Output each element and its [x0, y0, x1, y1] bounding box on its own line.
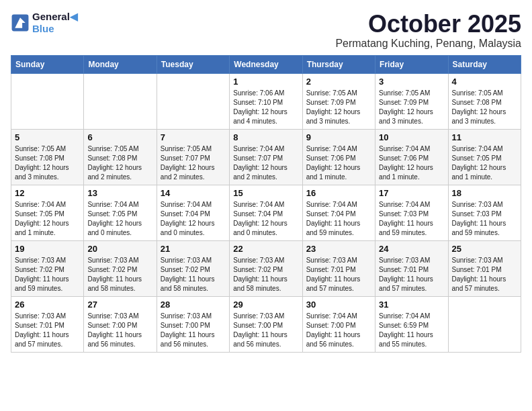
calendar-cell — [84, 73, 157, 129]
day-info: Sunrise: 7:04 AM Sunset: 7:04 PM Dayligh… — [161, 200, 226, 238]
calendar-cell: 23Sunrise: 7:03 AM Sunset: 7:01 PM Dayli… — [302, 240, 375, 296]
day-number: 7 — [161, 132, 226, 142]
day-info: Sunrise: 7:04 AM Sunset: 7:04 PM Dayligh… — [306, 200, 371, 238]
calendar-week-row: 5Sunrise: 7:05 AM Sunset: 7:08 PM Daylig… — [11, 129, 521, 185]
calendar-cell: 17Sunrise: 7:04 AM Sunset: 7:03 PM Dayli… — [375, 185, 448, 240]
calendar-cell: 7Sunrise: 7:05 AM Sunset: 7:07 PM Daylig… — [157, 129, 229, 185]
day-info: Sunrise: 7:05 AM Sunset: 7:08 PM Dayligh… — [87, 144, 152, 182]
calendar-cell: 29Sunrise: 7:03 AM Sunset: 7:00 PM Dayli… — [230, 296, 302, 352]
day-number: 10 — [379, 132, 444, 142]
day-number: 16 — [306, 188, 371, 198]
month-title: October 2025 — [335, 11, 521, 38]
calendar-cell: 30Sunrise: 7:04 AM Sunset: 7:00 PM Dayli… — [302, 296, 375, 352]
day-info: Sunrise: 7:03 AM Sunset: 7:01 PM Dayligh… — [379, 256, 444, 293]
day-number: 1 — [233, 77, 298, 87]
calendar-week-row: 12Sunrise: 7:04 AM Sunset: 7:05 PM Dayli… — [11, 185, 521, 240]
calendar-cell: 5Sunrise: 7:05 AM Sunset: 7:08 PM Daylig… — [11, 129, 84, 185]
calendar-week-row: 19Sunrise: 7:03 AM Sunset: 7:02 PM Dayli… — [11, 240, 521, 296]
day-info: Sunrise: 7:03 AM Sunset: 7:00 PM Dayligh… — [161, 312, 226, 349]
day-number: 28 — [161, 300, 226, 310]
calendar-cell: 25Sunrise: 7:03 AM Sunset: 7:01 PM Dayli… — [448, 240, 521, 296]
day-info: Sunrise: 7:05 AM Sunset: 7:09 PM Dayligh… — [379, 89, 444, 126]
calendar-cell: 22Sunrise: 7:03 AM Sunset: 7:02 PM Dayli… — [230, 240, 302, 296]
day-info: Sunrise: 7:05 AM Sunset: 7:08 PM Dayligh… — [452, 89, 517, 126]
day-info: Sunrise: 7:03 AM Sunset: 7:01 PM Dayligh… — [452, 256, 517, 293]
day-info: Sunrise: 7:04 AM Sunset: 7:04 PM Dayligh… — [233, 200, 298, 238]
day-number: 6 — [87, 132, 152, 142]
column-header-friday: Friday — [375, 55, 448, 73]
calendar-cell: 15Sunrise: 7:04 AM Sunset: 7:04 PM Dayli… — [230, 185, 302, 240]
calendar-week-row: 1Sunrise: 7:06 AM Sunset: 7:10 PM Daylig… — [11, 73, 521, 129]
calendar-cell: 11Sunrise: 7:04 AM Sunset: 7:05 PM Dayli… — [448, 129, 521, 185]
day-number: 31 — [379, 300, 444, 310]
day-number: 12 — [15, 188, 80, 198]
day-number: 29 — [233, 300, 298, 310]
day-number: 24 — [379, 244, 444, 254]
calendar-cell: 21Sunrise: 7:03 AM Sunset: 7:02 PM Dayli… — [157, 240, 229, 296]
day-info: Sunrise: 7:03 AM Sunset: 7:01 PM Dayligh… — [306, 256, 371, 293]
day-number: 22 — [233, 244, 298, 254]
day-info: Sunrise: 7:05 AM Sunset: 7:09 PM Dayligh… — [306, 89, 371, 126]
day-info: Sunrise: 7:03 AM Sunset: 7:00 PM Dayligh… — [87, 312, 152, 349]
day-info: Sunrise: 7:04 AM Sunset: 7:05 PM Dayligh… — [87, 200, 152, 238]
day-info: Sunrise: 7:04 AM Sunset: 7:03 PM Dayligh… — [379, 200, 444, 238]
calendar-cell: 3Sunrise: 7:05 AM Sunset: 7:09 PM Daylig… — [375, 73, 448, 129]
calendar-cell: 19Sunrise: 7:03 AM Sunset: 7:02 PM Dayli… — [11, 240, 84, 296]
calendar-cell: 18Sunrise: 7:03 AM Sunset: 7:03 PM Dayli… — [448, 185, 521, 240]
day-number: 2 — [306, 77, 371, 87]
day-number: 17 — [379, 188, 444, 198]
location-subtitle: Permatang Kuching, Penang, Malaysia — [335, 38, 521, 50]
day-number: 25 — [452, 244, 517, 254]
calendar-cell: 6Sunrise: 7:05 AM Sunset: 7:08 PM Daylig… — [84, 129, 157, 185]
calendar-cell: 20Sunrise: 7:03 AM Sunset: 7:02 PM Dayli… — [84, 240, 157, 296]
day-number: 26 — [15, 300, 80, 310]
day-info: Sunrise: 7:06 AM Sunset: 7:10 PM Dayligh… — [233, 89, 298, 126]
day-info: Sunrise: 7:03 AM Sunset: 7:02 PM Dayligh… — [15, 256, 80, 293]
calendar-cell: 1Sunrise: 7:06 AM Sunset: 7:10 PM Daylig… — [230, 73, 302, 129]
calendar-cell: 14Sunrise: 7:04 AM Sunset: 7:04 PM Dayli… — [157, 185, 229, 240]
day-info: Sunrise: 7:05 AM Sunset: 7:07 PM Dayligh… — [161, 144, 226, 182]
calendar-table: SundayMondayTuesdayWednesdayThursdayFrid… — [11, 55, 521, 353]
day-number: 3 — [379, 77, 444, 87]
calendar-cell: 13Sunrise: 7:04 AM Sunset: 7:05 PM Dayli… — [84, 185, 157, 240]
day-info: Sunrise: 7:04 AM Sunset: 7:05 PM Dayligh… — [452, 144, 517, 182]
calendar-cell: 2Sunrise: 7:05 AM Sunset: 7:09 PM Daylig… — [302, 73, 375, 129]
day-info: Sunrise: 7:04 AM Sunset: 7:05 PM Dayligh… — [15, 200, 80, 238]
calendar-cell: 24Sunrise: 7:03 AM Sunset: 7:01 PM Dayli… — [375, 240, 448, 296]
calendar-cell: 28Sunrise: 7:03 AM Sunset: 7:00 PM Dayli… — [157, 296, 229, 352]
day-info: Sunrise: 7:03 AM Sunset: 7:01 PM Dayligh… — [15, 312, 80, 349]
calendar-cell: 16Sunrise: 7:04 AM Sunset: 7:04 PM Dayli… — [302, 185, 375, 240]
day-info: Sunrise: 7:03 AM Sunset: 7:02 PM Dayligh… — [161, 256, 226, 293]
calendar-cell: 31Sunrise: 7:04 AM Sunset: 6:59 PM Dayli… — [375, 296, 448, 352]
logo-text: General◀ Blue — [32, 11, 78, 34]
day-info: Sunrise: 7:04 AM Sunset: 6:59 PM Dayligh… — [379, 312, 444, 349]
day-number: 20 — [87, 244, 152, 254]
calendar-cell: 26Sunrise: 7:03 AM Sunset: 7:01 PM Dayli… — [11, 296, 84, 352]
day-info: Sunrise: 7:04 AM Sunset: 7:06 PM Dayligh… — [306, 144, 371, 182]
day-info: Sunrise: 7:05 AM Sunset: 7:08 PM Dayligh… — [15, 144, 80, 182]
logo: General◀ Blue — [11, 11, 78, 34]
calendar-cell: 9Sunrise: 7:04 AM Sunset: 7:06 PM Daylig… — [302, 129, 375, 185]
day-number: 5 — [15, 132, 80, 142]
day-info: Sunrise: 7:03 AM Sunset: 7:02 PM Dayligh… — [87, 256, 152, 293]
day-info: Sunrise: 7:03 AM Sunset: 7:02 PM Dayligh… — [233, 256, 298, 293]
day-number: 15 — [233, 188, 298, 198]
day-info: Sunrise: 7:04 AM Sunset: 7:07 PM Dayligh… — [233, 144, 298, 182]
day-number: 14 — [161, 188, 226, 198]
column-header-sunday: Sunday — [11, 55, 84, 73]
calendar-cell — [157, 73, 229, 129]
day-number: 27 — [87, 300, 152, 310]
calendar-header-row: SundayMondayTuesdayWednesdayThursdayFrid… — [11, 55, 521, 73]
day-number: 21 — [161, 244, 226, 254]
day-info: Sunrise: 7:04 AM Sunset: 7:06 PM Dayligh… — [379, 144, 444, 182]
calendar-cell: 10Sunrise: 7:04 AM Sunset: 7:06 PM Dayli… — [375, 129, 448, 185]
column-header-monday: Monday — [84, 55, 157, 73]
day-info: Sunrise: 7:03 AM Sunset: 7:03 PM Dayligh… — [452, 200, 517, 238]
calendar-cell — [11, 73, 84, 129]
day-number: 13 — [87, 188, 152, 198]
calendar-cell: 8Sunrise: 7:04 AM Sunset: 7:07 PM Daylig… — [230, 129, 302, 185]
page-header: General◀ Blue October 2025 Permatang Kuc… — [11, 11, 521, 50]
column-header-saturday: Saturday — [448, 55, 521, 73]
day-info: Sunrise: 7:04 AM Sunset: 7:00 PM Dayligh… — [306, 312, 371, 349]
logo-icon — [11, 13, 30, 32]
